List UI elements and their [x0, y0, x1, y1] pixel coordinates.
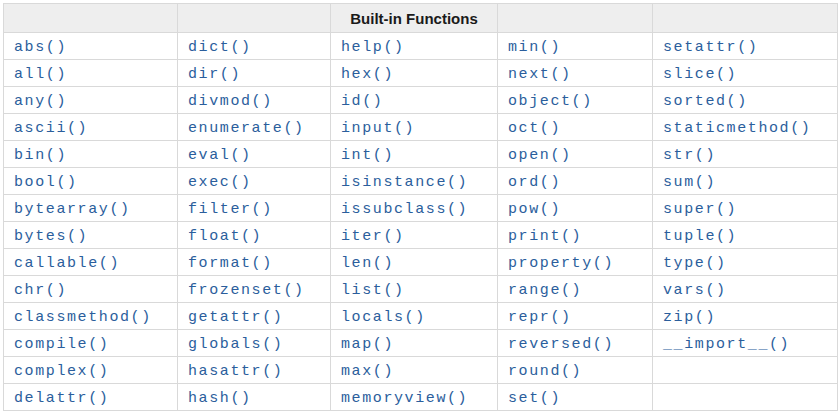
function-link[interactable]: open() [508, 147, 572, 164]
function-link[interactable]: repr() [508, 309, 572, 326]
function-link[interactable]: hex() [341, 66, 394, 83]
function-cell: ord() [498, 168, 653, 195]
function-link[interactable]: list() [341, 282, 405, 299]
function-link[interactable]: reversed() [508, 336, 614, 353]
function-link[interactable]: bytes() [14, 228, 88, 245]
function-link[interactable]: sum() [663, 174, 716, 191]
function-link[interactable]: chr() [14, 282, 67, 299]
function-cell: complex() [4, 357, 178, 384]
function-link[interactable]: iter() [341, 228, 405, 245]
function-link[interactable]: memoryview() [341, 390, 468, 407]
function-cell: getattr() [178, 303, 331, 330]
function-link[interactable]: object() [508, 93, 593, 110]
function-cell: filter() [178, 195, 331, 222]
function-link[interactable]: range() [508, 282, 582, 299]
function-link[interactable]: oct() [508, 120, 561, 137]
function-cell: help() [331, 33, 498, 60]
function-link[interactable]: frozenset() [188, 282, 305, 299]
function-cell: bin() [4, 141, 178, 168]
function-cell: hex() [331, 60, 498, 87]
function-link[interactable]: bin() [14, 147, 67, 164]
function-cell: slice() [653, 60, 838, 87]
function-link[interactable]: classmethod() [14, 309, 152, 326]
function-link[interactable]: super() [663, 201, 737, 218]
function-link[interactable]: next() [508, 66, 572, 83]
function-link[interactable]: tuple() [663, 228, 737, 245]
function-cell: classmethod() [4, 303, 178, 330]
function-cell: globals() [178, 330, 331, 357]
function-cell: __import__() [653, 330, 838, 357]
function-link[interactable]: format() [188, 255, 273, 272]
function-link[interactable]: divmod() [188, 93, 273, 110]
function-link[interactable]: hash() [188, 390, 252, 407]
table-row: classmethod()getattr()locals()repr()zip(… [4, 303, 838, 330]
function-link[interactable]: isinstance() [341, 174, 468, 191]
function-link[interactable]: str() [663, 147, 716, 164]
function-link[interactable]: enumerate() [188, 120, 305, 137]
function-link[interactable]: exec() [188, 174, 252, 191]
function-link[interactable]: print() [508, 228, 582, 245]
function-link[interactable]: filter() [188, 201, 273, 218]
function-cell: object() [498, 87, 653, 114]
function-link[interactable]: setattr() [663, 39, 758, 56]
function-link[interactable]: all() [14, 66, 67, 83]
function-link[interactable]: complex() [14, 363, 109, 380]
function-link[interactable]: slice() [663, 66, 737, 83]
function-link[interactable]: ascii() [14, 120, 88, 137]
function-link[interactable]: min() [508, 39, 561, 56]
function-link[interactable]: delattr() [14, 390, 109, 407]
function-link[interactable]: dir() [188, 66, 241, 83]
function-cell: compile() [4, 330, 178, 357]
function-cell: hasattr() [178, 357, 331, 384]
table-row: abs()dict()help()min()setattr() [4, 33, 838, 60]
function-link[interactable]: help() [341, 39, 405, 56]
function-link[interactable]: abs() [14, 39, 67, 56]
function-link[interactable]: bool() [14, 174, 78, 191]
table-row: bool()exec()isinstance()ord()sum() [4, 168, 838, 195]
function-link[interactable]: issubclass() [341, 201, 468, 218]
function-link[interactable]: getattr() [188, 309, 283, 326]
function-link[interactable]: dict() [188, 39, 252, 56]
function-link[interactable]: eval() [188, 147, 252, 164]
function-cell: setattr() [653, 33, 838, 60]
function-link[interactable]: globals() [188, 336, 283, 353]
function-link[interactable]: any() [14, 93, 67, 110]
function-link[interactable]: zip() [663, 309, 716, 326]
function-link[interactable]: input() [341, 120, 415, 137]
function-link[interactable]: __import__() [663, 336, 790, 353]
function-cell: tuple() [653, 222, 838, 249]
function-link[interactable]: locals() [341, 309, 426, 326]
function-cell: divmod() [178, 87, 331, 114]
function-link[interactable]: callable() [14, 255, 120, 272]
function-link[interactable]: staticmethod() [663, 120, 811, 137]
function-cell: bytearray() [4, 195, 178, 222]
function-cell: eval() [178, 141, 331, 168]
table-title: Built-in Functions [331, 4, 498, 33]
table-row: ascii()enumerate()input()oct()staticmeth… [4, 114, 838, 141]
function-link[interactable]: float() [188, 228, 262, 245]
function-link[interactable]: sorted() [663, 93, 748, 110]
function-cell: zip() [653, 303, 838, 330]
function-link[interactable]: len() [341, 255, 394, 272]
function-link[interactable]: vars() [663, 282, 727, 299]
page: Built-in Functions abs()dict()help()min(… [0, 0, 839, 415]
function-link[interactable]: bytearray() [14, 201, 131, 218]
function-link[interactable]: hasattr() [188, 363, 283, 380]
function-link[interactable]: set() [508, 390, 561, 407]
function-link[interactable]: ord() [508, 174, 561, 191]
function-cell: int() [331, 141, 498, 168]
function-link[interactable]: max() [341, 363, 394, 380]
function-link[interactable]: round() [508, 363, 582, 380]
function-link[interactable]: type() [663, 255, 727, 272]
function-link[interactable]: property() [508, 255, 614, 272]
function-link[interactable]: compile() [14, 336, 109, 353]
function-cell: dir() [178, 60, 331, 87]
header-cell [653, 4, 838, 33]
function-link[interactable]: map() [341, 336, 394, 353]
function-link[interactable]: pow() [508, 201, 561, 218]
function-cell: round() [498, 357, 653, 384]
function-link[interactable]: int() [341, 147, 394, 164]
function-link[interactable]: id() [341, 93, 383, 110]
function-cell: min() [498, 33, 653, 60]
function-cell: len() [331, 249, 498, 276]
